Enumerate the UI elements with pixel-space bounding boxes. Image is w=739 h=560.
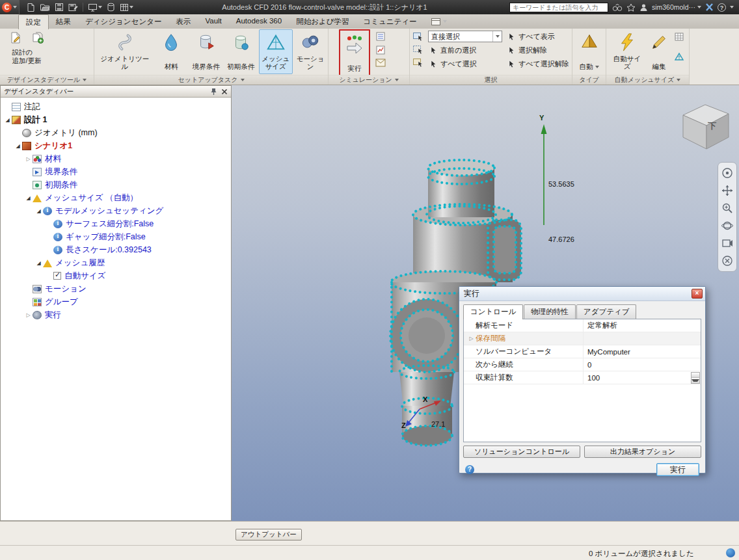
- user-icon[interactable]: [639, 3, 648, 12]
- group-label-auto-mesh-size[interactable]: 自動メッシュサイズ: [606, 75, 689, 85]
- menu-tab-getting-started[interactable]: 開始および学習: [289, 14, 356, 29]
- select-adjacent-icon[interactable]: [412, 57, 424, 68]
- select-window-icon[interactable]: [412, 44, 424, 55]
- tree-item[interactable]: モーション: [1, 282, 231, 295]
- property-row[interactable]: 収束計算数100: [464, 371, 701, 384]
- design-study-bar-header[interactable]: デザインスタディバー: [1, 86, 231, 98]
- autosize-checkbox[interactable]: [53, 272, 61, 280]
- materials-button[interactable]: 材料: [155, 29, 188, 74]
- exchange-apps-icon[interactable]: [705, 3, 714, 11]
- tree-item[interactable]: 自動サイズ: [1, 269, 231, 282]
- tree-expander-icon[interactable]: [24, 195, 33, 201]
- property-row[interactable]: 解析モード定常解析: [464, 319, 701, 332]
- favorites-star-icon[interactable]: [626, 3, 636, 12]
- group-label-design-study[interactable]: デザインスタディツール: [0, 75, 94, 85]
- tree-item[interactable]: 長さスケール:0.392543: [1, 243, 231, 256]
- tree-item[interactable]: メッシュサイズ （自動）: [1, 191, 231, 204]
- mesh-size-button[interactable]: メッシュサイズ: [259, 29, 292, 74]
- edit-mesh-button[interactable]: 編集: [646, 29, 672, 74]
- tree-item[interactable]: メッシュ履歴: [1, 256, 231, 269]
- direct-selection-dropdown[interactable]: 直接選択: [428, 31, 502, 42]
- tree-expander-icon[interactable]: [34, 208, 43, 214]
- close-panel-icon[interactable]: [221, 88, 228, 95]
- close-navbar-icon[interactable]: [721, 254, 734, 267]
- mesh-table-icon[interactable]: [674, 32, 684, 42]
- property-value-cell[interactable]: 0: [584, 358, 701, 371]
- run-confirm-button[interactable]: 実行: [656, 463, 699, 476]
- output-bar-button[interactable]: アウトプットバー: [235, 529, 302, 540]
- menu-tab-settings[interactable]: 設定: [18, 14, 49, 29]
- design-add-update-button[interactable]: 設計の 追加/更新: [0, 29, 49, 65]
- tree-item[interactable]: ジオメトリ (mm): [1, 126, 231, 139]
- menu-tab-decision-center[interactable]: ディシジョンセンター: [78, 14, 168, 29]
- group-label-selection[interactable]: 選択: [410, 75, 572, 85]
- menu-tab-community[interactable]: コミュニティー: [356, 14, 423, 29]
- email-notification-icon[interactable]: [375, 59, 386, 67]
- tree-expander-icon[interactable]: [24, 312, 33, 318]
- menu-tab-autodesk-360[interactable]: Autodesk 360: [229, 14, 289, 29]
- boundary-conditions-button[interactable]: 境界条件: [189, 29, 222, 74]
- run-dialog-titlebar[interactable]: 実行: [459, 287, 705, 301]
- tree-item[interactable]: ギャップ細分割:False: [1, 230, 231, 243]
- tree-item[interactable]: 設計 1: [1, 113, 231, 126]
- property-value-cell[interactable]: 100: [584, 371, 701, 384]
- output-options-button[interactable]: 出力結果オプション: [584, 446, 701, 458]
- database-icon[interactable]: [105, 1, 116, 13]
- new-file-icon[interactable]: [25, 1, 36, 13]
- username[interactable]: sim360mold···: [652, 3, 701, 11]
- close-dialog-icon[interactable]: [692, 289, 703, 299]
- tree-item[interactable]: 注記: [1, 100, 231, 113]
- solution-monitor-icon[interactable]: [375, 31, 386, 42]
- select-volumes-icon[interactable]: [412, 31, 424, 42]
- dropdown-arrow-icon[interactable]: [492, 31, 502, 42]
- viewcube-face-label[interactable]: 下: [708, 120, 716, 132]
- status-indicator-icon[interactable]: [726, 548, 735, 557]
- save-icon[interactable]: [53, 1, 65, 13]
- tree-expander-icon[interactable]: [34, 260, 43, 266]
- search-input[interactable]: [509, 3, 608, 12]
- search-icon[interactable]: [612, 3, 623, 12]
- solution-control-button[interactable]: ソリューションコントロール: [463, 446, 580, 458]
- geometry-tools-button[interactable]: ジオメトリツール: [96, 29, 154, 74]
- tree-item[interactable]: グループ: [1, 295, 231, 308]
- auto-type-button[interactable]: 自動: [574, 29, 604, 74]
- full-navigation-wheel-icon[interactable]: [721, 167, 734, 180]
- open-file-icon[interactable]: [38, 1, 51, 13]
- group-label-simulation[interactable]: シミュレーション: [329, 75, 409, 85]
- initial-conditions-button[interactable]: 初期条件: [224, 29, 258, 74]
- tree-item[interactable]: サーフェス細分割:False: [1, 217, 231, 230]
- dialog-help-icon[interactable]: [465, 465, 474, 474]
- table-tools-icon[interactable]: [118, 1, 135, 13]
- property-value-cell[interactable]: MyComputer: [584, 345, 701, 358]
- tree-expander-icon[interactable]: [14, 143, 22, 149]
- property-row[interactable]: 保存間隔: [464, 332, 701, 345]
- results-summary-icon[interactable]: [375, 45, 386, 55]
- save-as-icon[interactable]: [67, 1, 79, 13]
- mesh-preview-icon[interactable]: [674, 51, 684, 62]
- show-all-button[interactable]: すべて表示: [506, 31, 571, 42]
- pin-icon[interactable]: [210, 88, 217, 96]
- menu-tab-vault[interactable]: Vault: [198, 14, 228, 29]
- orbit-icon[interactable]: [721, 219, 734, 232]
- group-label-type[interactable]: タイプ: [572, 75, 606, 85]
- look-at-icon[interactable]: [721, 237, 734, 250]
- tree-item[interactable]: モデルメッシュセッティング: [1, 204, 231, 217]
- property-row[interactable]: 次から継続0: [464, 358, 701, 371]
- zoom-icon[interactable]: [721, 202, 734, 215]
- screen-layout-icon[interactable]: [87, 1, 103, 13]
- workspace-switcher-icon[interactable]: [431, 18, 447, 26]
- property-value-cell[interactable]: [584, 332, 701, 345]
- menu-tab-results[interactable]: 結果: [49, 14, 78, 29]
- help-icon[interactable]: [718, 3, 726, 12]
- tree-item[interactable]: 材料: [1, 152, 231, 165]
- value-spinner[interactable]: [691, 372, 700, 384]
- pan-icon[interactable]: [721, 184, 734, 197]
- group-label-setup-tasks[interactable]: セットアップタスク: [94, 75, 328, 85]
- solve-button[interactable]: 実行: [341, 31, 368, 76]
- app-menu-button[interactable]: C: [0, 0, 20, 14]
- dialog-tab[interactable]: アダプティブ: [576, 304, 637, 319]
- deselect-button[interactable]: 選択解除: [506, 44, 571, 56]
- row-expander-icon[interactable]: [467, 336, 476, 341]
- motion-button[interactable]: モーション: [294, 29, 327, 74]
- menu-tab-view[interactable]: 表示: [168, 14, 198, 29]
